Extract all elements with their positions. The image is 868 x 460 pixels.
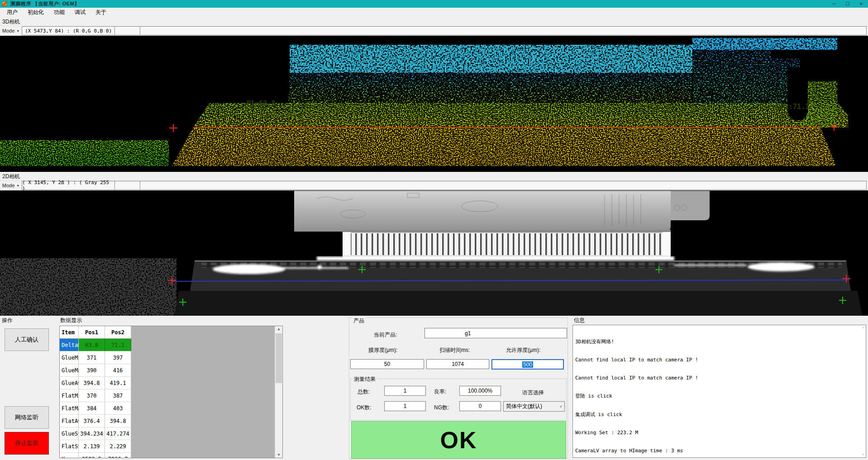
selected-text: 500 xyxy=(522,361,533,368)
menu-user[interactable]: 用户 xyxy=(2,8,23,17)
log-line: CameraLV array to HImage time : 3 ms xyxy=(575,448,863,454)
film-thickness-input[interactable]: 50 xyxy=(350,359,424,369)
log-line: 登陆 is click xyxy=(575,393,863,399)
part-mid-green xyxy=(193,103,848,128)
camera2d-status-bar xyxy=(140,181,867,190)
col-header-pos1[interactable]: Pos1 xyxy=(79,326,105,339)
scan-time-input[interactable]: 1074 xyxy=(426,359,489,369)
camera3d-status-bar xyxy=(140,26,867,35)
data-display-panel: 数据显示 Item Pos1 Pos2 DeltaH 63.8 71.1 Glu… xyxy=(58,317,284,459)
notch-dark xyxy=(787,67,808,121)
menu-init[interactable]: 初始化 xyxy=(23,8,49,17)
current-product-input[interactable]: g1 xyxy=(424,328,567,338)
table-row-x[interactable]: X 2583.5 7966.7 xyxy=(60,453,282,458)
table-row-deltah[interactable]: DeltaH 63.8 71.1 xyxy=(60,339,282,351)
ng-count-label: NG数: xyxy=(434,404,449,412)
language-select-label: 语言选择 xyxy=(522,389,544,397)
data-display-label: 数据显示 xyxy=(60,317,82,324)
seam-line xyxy=(193,127,822,128)
scroll-up-icon[interactable]: ▲ xyxy=(275,327,282,331)
table-scrollbar[interactable]: ▲ ▼ xyxy=(275,326,282,458)
chevron-down-icon: ▼ xyxy=(16,29,19,33)
measurement-result-label: 测量结果 xyxy=(353,375,377,383)
result-status-banner: OK xyxy=(351,421,566,459)
sparse-points-top xyxy=(290,45,692,73)
p2-measurement-annotation: P2:71.1 xyxy=(781,103,809,111)
background-texture xyxy=(0,258,176,316)
menu-about[interactable]: 关于 xyxy=(91,8,111,17)
camera2d-pixel-status: ( X 3145, Y 28 ) : ( Gray 255 ) xyxy=(22,181,115,190)
menu-debug[interactable]: 调试 xyxy=(70,8,91,17)
menu-function[interactable]: 功能 xyxy=(49,8,70,17)
camera3d-viewport: P1:63.8 P2:71.1 xyxy=(0,36,868,172)
col-header-pos2[interactable]: Pos2 xyxy=(105,326,131,339)
language-select-dropdown[interactable]: 简体中文(默认) ˅ xyxy=(503,401,565,412)
chevron-down-icon: ˅ xyxy=(560,404,562,409)
table-row-gluemax[interactable]: GlueMax 390 416 xyxy=(60,364,282,377)
network-listen-button[interactable]: 网络监听 xyxy=(5,406,49,429)
camera2d-grayscale-image xyxy=(0,190,868,316)
table-row-glueavg[interactable]: GlueAvg 394.8 419.1 xyxy=(60,377,282,389)
total-label: 总数: xyxy=(358,388,370,396)
yield-label: 良率: xyxy=(434,388,446,396)
minimize-icon[interactable]: ─ xyxy=(827,0,841,8)
table-row-gluemin[interactable]: GlueMin 371 397 xyxy=(60,351,282,364)
connector-right-cap xyxy=(663,232,671,256)
connector-glow xyxy=(317,256,674,261)
camera3d-mode-dropdown[interactable]: Mode ▼ xyxy=(0,26,22,35)
table-row-flatmax[interactable]: FlatMax 384 403 xyxy=(60,402,282,415)
right-block-a xyxy=(693,49,771,104)
yield-input[interactable]: 100.000% xyxy=(459,386,501,396)
operation-panel-label: 操作 xyxy=(2,317,13,324)
info-panel-label: 信息 xyxy=(574,317,585,324)
camera2d-mode-dropdown[interactable]: Mode ▼ xyxy=(0,181,22,190)
red-cross-marker-left xyxy=(169,124,177,132)
pcb-board xyxy=(294,191,671,232)
close-icon[interactable]: ✕ xyxy=(854,0,868,8)
info-panel: 信息 3D相机没有网络! Cannot find local IP to mat… xyxy=(571,317,868,459)
col-header-item[interactable]: Item xyxy=(60,326,79,339)
measurement-result-group: 测量结果 总数: 1 良率: 100.000% 语言选择 OK数: 1 NG数:… xyxy=(350,379,567,421)
connector-left-cap xyxy=(343,232,351,256)
measurement-table: Item Pos1 Pos2 DeltaH 63.8 71.1 GlueMin … xyxy=(59,326,283,458)
camera2d-section-label: 2D相机 xyxy=(2,173,20,180)
log-line: Cannot find local IP to match camera IP … xyxy=(575,375,863,381)
camera2d-mode-bar: Mode ▼ ( X 3145, Y 28 ) : ( Gray 255 ) xyxy=(0,180,868,190)
table-row-flatstd[interactable]: FlatStd 2.139 2.229 xyxy=(60,440,282,453)
camera3d-status-spacer xyxy=(115,26,140,35)
scroll-up-icon[interactable]: ⌃ xyxy=(861,327,865,331)
log-line: Working Set : 223.2 M xyxy=(575,430,863,436)
current-product-label: 当前产品: xyxy=(374,331,397,339)
title-bar: 测膜程序 【当前用户: OEM】 ─ ☐ ✕ xyxy=(0,0,868,8)
ok-count-input[interactable]: 1 xyxy=(384,401,426,411)
log-output[interactable]: 3D相机没有网络! Cannot find local IP to match … xyxy=(572,325,866,458)
product-panel: 产品 当前产品: g1 膜厚度(μm): 扫描时间ms: 允许厚度(μm): 5… xyxy=(349,318,568,459)
camera2d-viewport xyxy=(0,190,868,316)
total-input[interactable]: 1 xyxy=(384,386,426,396)
scroll-down-icon[interactable]: ⌄ xyxy=(861,451,865,456)
table-row-gluestd[interactable]: GlueStd 394.234 417.274 xyxy=(60,427,282,440)
p1-measurement-annotation: P1:63.8 xyxy=(247,100,275,108)
table-row-flatmin[interactable]: FlatMin 370 387 xyxy=(60,389,282,402)
camera2d-status-spacer xyxy=(115,181,140,190)
connector-top-edge xyxy=(343,230,671,232)
application-window: 测膜程序 【当前用户: OEM】 ─ ☐ ✕ 用户 初始化 功能 调试 关于 3… xyxy=(0,0,868,460)
connector-pins xyxy=(345,233,668,255)
log-line: Cannot find local IP to match camera IP … xyxy=(575,357,863,363)
log-line: 集成调试 is click xyxy=(575,412,863,417)
scrollbar-thumb[interactable] xyxy=(276,333,282,383)
table-row-flatavg[interactable]: FlatAvg 376.4 394.8 xyxy=(60,415,282,427)
bottom-panel: 操作 人工确认 网络监听 停止监听 数据显示 Item Pos1 Pos2 De… xyxy=(0,316,868,460)
scroll-down-icon[interactable]: ▼ xyxy=(275,453,282,457)
manual-confirm-button[interactable]: 人工确认 xyxy=(5,328,49,351)
sparse-points-right xyxy=(692,38,837,50)
allow-thickness-input[interactable]: 500 xyxy=(491,359,564,370)
chevron-down-icon: ▼ xyxy=(16,184,19,187)
part-upper-cyan xyxy=(288,73,692,104)
pcb-right-tab xyxy=(671,191,710,220)
ng-count-input[interactable]: 0 xyxy=(459,401,501,411)
base-lower xyxy=(174,291,862,316)
table-header-row: Item Pos1 Pos2 xyxy=(60,326,282,339)
stop-listen-button[interactable]: 停止监听 xyxy=(5,432,49,455)
maximize-icon[interactable]: ☐ xyxy=(841,0,854,8)
